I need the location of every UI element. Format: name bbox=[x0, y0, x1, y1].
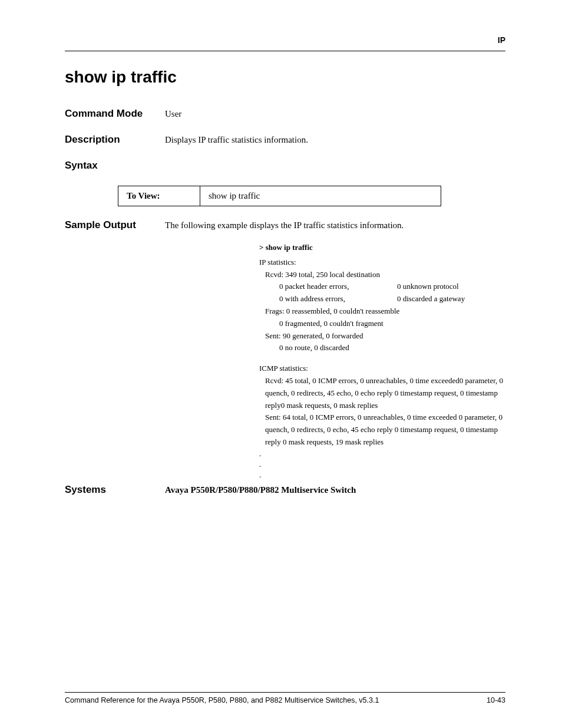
sample-output-label: Sample Output bbox=[65, 219, 165, 231]
description-label: Description bbox=[65, 134, 165, 146]
ip-sent-detail: 0 no route, 0 discarded bbox=[279, 342, 505, 354]
sample-output-block: > show ip traffic IP statistics: Rcvd: 3… bbox=[259, 242, 505, 480]
page-footer: Command Reference for the Avaya P550R, P… bbox=[65, 692, 505, 704]
icmp-sent: Sent: 64 total, 0 ICMP errors, 0 unreach… bbox=[265, 411, 505, 448]
ip-rcvd-detail2: 0 with address errors, 0 discarded a gat… bbox=[279, 293, 505, 305]
icmp-statistics-header: ICMP statistics: bbox=[259, 363, 505, 375]
icmp-rcvd: Rcvd: 45 total, 0 ICMP errors, 0 unreach… bbox=[265, 375, 505, 411]
command-mode-label: Command Mode bbox=[65, 108, 165, 120]
page-title: show ip traffic bbox=[65, 68, 505, 87]
systems-value: Avaya P550R/P580/P880/P882 Multiservice … bbox=[165, 485, 356, 495]
command-mode-row: Command Mode User bbox=[65, 108, 505, 120]
footer-doc-title: Command Reference for the Avaya P550R, P… bbox=[65, 696, 379, 704]
syntax-table: To View: show ip traffic bbox=[118, 186, 505, 206]
ellipsis-dot-3: . bbox=[259, 470, 505, 480]
sample-output-row: Sample Output The following example disp… bbox=[65, 219, 505, 231]
ellipsis-dot-2: . bbox=[259, 459, 505, 470]
syntax-table-right: show ip traffic bbox=[200, 186, 441, 206]
systems-label: Systems bbox=[65, 484, 165, 496]
discarded-gateway: 0 discarded a gateway bbox=[397, 293, 465, 305]
sample-output-intro: The following example displays the IP tr… bbox=[165, 220, 404, 230]
ip-rcvd: Rcvd: 349 total, 250 local destination bbox=[265, 269, 505, 281]
ip-sent: Sent: 90 generated, 0 forwarded bbox=[265, 330, 505, 342]
command-mode-value: User bbox=[165, 109, 181, 119]
ellipsis-dot-1: . bbox=[259, 449, 505, 459]
chapter-label: IP bbox=[65, 35, 505, 45]
footer-page-number: 10-43 bbox=[487, 696, 505, 704]
syntax-label: Syntax bbox=[65, 160, 165, 172]
unknown-protocol: 0 unknown protocol bbox=[397, 281, 459, 293]
syntax-row: Syntax bbox=[65, 160, 505, 172]
ip-frags: Frags: 0 reassembled, 0 couldn't reassem… bbox=[265, 305, 505, 318]
syntax-table-left: To View: bbox=[118, 186, 200, 206]
systems-row: Systems Avaya P550R/P580/P880/P882 Multi… bbox=[65, 484, 505, 496]
address-errors: 0 with address errors, bbox=[279, 293, 397, 305]
sample-prompt: > show ip traffic bbox=[259, 242, 505, 254]
top-rule bbox=[65, 51, 505, 51]
description-value: Displays IP traffic statistics informati… bbox=[165, 135, 308, 145]
ip-rcvd-detail1: 0 packet header errors, 0 unknown protoc… bbox=[279, 281, 505, 293]
pkt-header-errors: 0 packet header errors, bbox=[279, 281, 397, 293]
footer-rule bbox=[65, 692, 505, 693]
ip-frags-detail: 0 fragmented, 0 couldn't fragment bbox=[279, 318, 505, 330]
ip-statistics-header: IP statistics: bbox=[259, 256, 505, 269]
description-row: Description Displays IP traffic statisti… bbox=[65, 134, 505, 146]
